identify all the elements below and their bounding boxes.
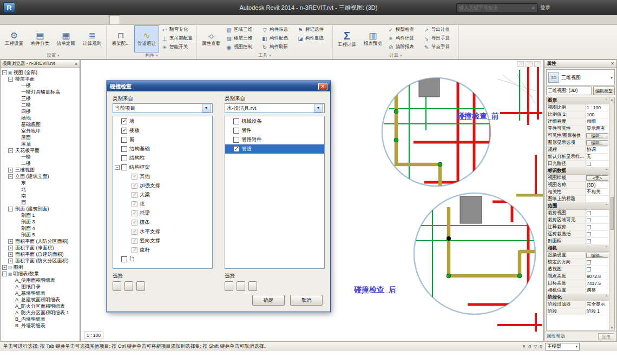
- property-checkbox[interactable]: [587, 211, 591, 215]
- project-browser-header[interactable]: 项目浏览器 - n-3REVIT.rvt ✕: [1, 60, 80, 68]
- ribbon-button[interactable]: ↘ 导出手算: [422, 34, 457, 43]
- category-row[interactable]: 结构基础: [113, 144, 212, 154]
- panel-label[interactable]: 构件: [108, 52, 195, 59]
- category-row[interactable]: 管道: [225, 144, 324, 154]
- ribbon-button[interactable]: ↻ 构件刷新: [260, 43, 295, 51]
- category-row[interactable]: 楼板: [113, 126, 212, 135]
- properties-header[interactable]: 属性 ✕: [544, 60, 616, 68]
- tree-expander-icon[interactable]: [8, 259, 13, 263]
- tree-item[interactable]: 三楼: [1, 95, 80, 102]
- property-checkbox[interactable]: [587, 239, 591, 243]
- tree-expander-icon[interactable]: [2, 272, 7, 276]
- tree-expander-icon[interactable]: [8, 174, 13, 179]
- design-option-select[interactable]: 主模型: [545, 343, 580, 350]
- tree-item[interactable]: 二楼: [1, 102, 80, 108]
- category-row[interactable]: 机械设备: [225, 117, 324, 126]
- ribbon-button[interactable]: ◉ 视图控制: [225, 43, 259, 51]
- edit-type-button[interactable]: 编辑类型: [593, 87, 615, 95]
- category-row[interactable]: 弦: [113, 200, 212, 209]
- ribbon-button[interactable]: ▦ 清单定额: [54, 25, 78, 52]
- category-row[interactable]: 窗: [113, 135, 212, 144]
- search-icon[interactable]: ⌕: [531, 4, 535, 11]
- ribbon-tab[interactable]: [31, 15, 41, 24]
- tree-expander-icon[interactable]: [8, 246, 13, 250]
- selection-button[interactable]: [237, 281, 245, 291]
- ribbon-button[interactable]: ▤ 构件分类: [28, 25, 52, 52]
- window-control-button[interactable]: [594, 4, 603, 12]
- tree-item[interactable]: 基础底图: [1, 121, 80, 128]
- checkbox[interactable]: [132, 247, 137, 253]
- tree-item[interactable]: ▣ 视图 (全部): [1, 69, 80, 76]
- ribbon-button[interactable]: ◪ 构件显隐: [296, 34, 331, 43]
- property-checkbox[interactable]: [587, 218, 591, 222]
- tree-item[interactable]: 南: [1, 193, 80, 199]
- scrollbar-thumb[interactable]: [611, 197, 614, 230]
- category-row[interactable]: 结构框架: [113, 163, 212, 172]
- tree-item[interactable]: 剖面 3: [1, 219, 80, 225]
- ribbon-tab[interactable]: [120, 15, 130, 24]
- instance-selector[interactable]: 三维视图: (3D): [546, 87, 592, 95]
- ribbon-button[interactable]: ☼ 属性查看: [199, 25, 224, 52]
- qat-icon[interactable]: [57, 3, 67, 12]
- qat-icon[interactable]: [106, 3, 115, 12]
- tree-item[interactable]: 四楼: [1, 108, 80, 115]
- tree-item[interactable]: 剖面 4: [1, 225, 80, 231]
- property-checkbox[interactable]: [587, 225, 591, 229]
- properties-help-link[interactable]: 属性帮助: [547, 333, 565, 340]
- selection-button[interactable]: [113, 281, 121, 291]
- checkbox[interactable]: [132, 229, 137, 235]
- tree-item[interactable]: A_总建筑面积明细表: [1, 296, 80, 303]
- selection-button[interactable]: [248, 281, 257, 291]
- tree-item[interactable]: B_内墙明细表: [1, 316, 80, 322]
- tree-item[interactable]: 剖面 5: [1, 231, 80, 238]
- ribbon-button[interactable]: ⊓ 桥架配...: [108, 25, 133, 52]
- tree-item[interactable]: 一楼: [1, 154, 80, 160]
- tree-item[interactable]: 剖面 (建筑剖面): [1, 206, 80, 212]
- category-row[interactable]: 门: [113, 255, 212, 264]
- tree-item[interactable]: A_图纸目录: [1, 283, 80, 290]
- tree-item[interactable]: 二楼: [1, 160, 80, 167]
- tree-expander-icon[interactable]: [8, 77, 13, 82]
- ribbon-button[interactable]: ▧ 区域三维: [225, 25, 259, 34]
- cancel-button[interactable]: 取消: [290, 295, 323, 306]
- category-row[interactable]: 其他: [113, 172, 212, 181]
- application-menu-button[interactable]: R: [3, 2, 15, 13]
- scroll-up-icon[interactable]: ▲: [611, 98, 614, 101]
- qat-icon[interactable]: [77, 3, 86, 12]
- ribbon-button[interactable]: ▨ 楼层三维: [225, 34, 259, 43]
- checkbox[interactable]: [121, 164, 127, 170]
- category-row[interactable]: 腹杆: [113, 246, 212, 255]
- tree-expander-icon[interactable]: [8, 168, 13, 173]
- property-checkbox[interactable]: [587, 162, 591, 166]
- ribbon-button[interactable]: ⊘ 清除报表: [386, 43, 421, 51]
- ribbon-button[interactable]: ≣ 计算规则: [80, 25, 104, 52]
- checkbox[interactable]: [132, 201, 137, 207]
- tree-item[interactable]: A_防火分区面积明细表: [1, 303, 80, 309]
- checkbox[interactable]: [233, 128, 239, 134]
- tree-item[interactable]: 西: [1, 199, 80, 206]
- ribbon-button[interactable]: ✓ 模型检查: [386, 25, 421, 34]
- tree-item[interactable]: B_外墙明细表: [1, 322, 80, 329]
- qat-icon[interactable]: [116, 3, 125, 12]
- tree-item[interactable]: 一楼: [1, 82, 80, 89]
- category-row[interactable]: 大梁: [113, 190, 212, 200]
- panel-label[interactable]: 工具: [199, 52, 331, 59]
- selection-button[interactable]: [136, 281, 145, 291]
- qat-icon[interactable]: [48, 3, 57, 12]
- tree-item[interactable]: 室外地坪: [1, 128, 80, 134]
- tree-item[interactable]: 三维视图: [1, 167, 80, 173]
- status-counter[interactable]: ▽ :0: [534, 344, 542, 349]
- qat-icon[interactable]: [38, 3, 47, 12]
- ribbon-button[interactable]: ↩ 翻弯专化: [160, 25, 195, 34]
- view-window-control-button[interactable]: [526, 61, 533, 67]
- ribbon-button[interactable]: ✎ 节点手算: [422, 43, 457, 51]
- category-row[interactable]: 水平支撑: [113, 227, 212, 236]
- tree-item[interactable]: A_使用面积明细表: [1, 277, 80, 283]
- source-dropdown-right[interactable]: 水-没洁具.rvt: [225, 103, 325, 113]
- selection-button[interactable]: [225, 281, 233, 291]
- tree-item[interactable]: 东: [1, 180, 80, 186]
- tree-expander-icon[interactable]: [8, 239, 13, 244]
- tree-expander-icon[interactable]: [2, 265, 7, 270]
- checkbox[interactable]: [121, 118, 127, 124]
- checkbox[interactable]: [121, 128, 127, 134]
